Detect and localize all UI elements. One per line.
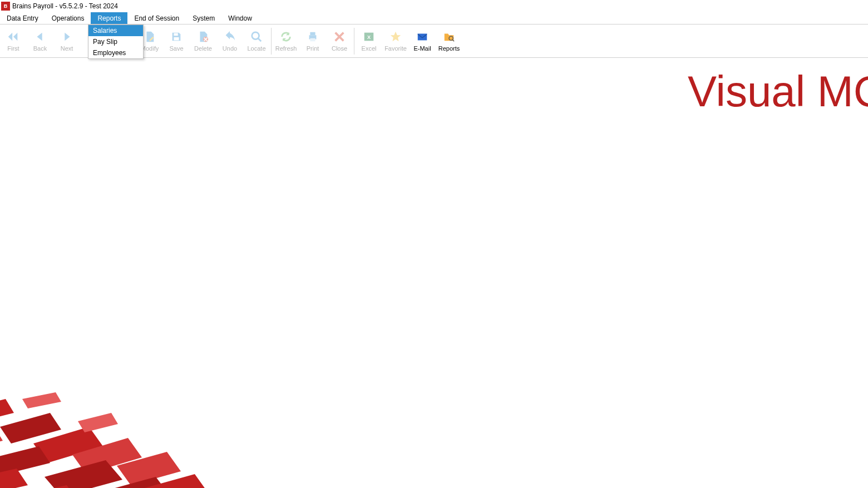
- refresh-button[interactable]: Refresh: [273, 26, 299, 57]
- locate-icon: [250, 30, 263, 43]
- close-label: Close: [332, 45, 347, 52]
- excel-icon: X: [362, 30, 376, 43]
- toolbar-separator: [271, 28, 272, 55]
- undo-icon: [223, 30, 236, 43]
- toolbar-separator: [354, 28, 354, 55]
- svg-point-4: [252, 32, 259, 40]
- back-icon: [33, 30, 47, 43]
- dropdown-pay-slip[interactable]: Pay Slip: [88, 36, 143, 47]
- delete-label: Delete: [194, 45, 212, 52]
- app-icon: B: [1, 2, 10, 11]
- favorite-label: Favorite: [384, 45, 407, 52]
- modify-icon: [143, 30, 156, 43]
- menu-end-of-session[interactable]: End of Session: [127, 12, 186, 24]
- print-icon: [306, 30, 319, 43]
- reports-icon: [442, 30, 456, 43]
- first-icon: [7, 30, 20, 43]
- svg-rect-2: [174, 37, 179, 41]
- dropdown-salaries[interactable]: Salaries: [88, 25, 143, 36]
- reports-label: Reports: [438, 45, 460, 52]
- reports-dropdown: Salaries Pay Slip Employees: [88, 24, 144, 59]
- back-label: Back: [33, 45, 47, 52]
- title-bar: B Brains Payroll - v5.5.2.9 - Test 2024: [0, 0, 868, 12]
- menu-data-entry[interactable]: Data Entry: [0, 12, 45, 24]
- first-label: First: [7, 45, 19, 52]
- next-icon: [60, 30, 73, 43]
- print-button[interactable]: Print: [299, 26, 326, 57]
- brand-text: Visual MC: [688, 66, 868, 117]
- email-label: E-Mail: [413, 45, 431, 52]
- first-button[interactable]: First: [0, 26, 27, 57]
- window-title: Brains Payroll - v5.5.2.9 - Test 2024: [12, 2, 118, 10]
- excel-label: Excel: [362, 45, 377, 52]
- back-button[interactable]: Back: [27, 26, 53, 57]
- menu-reports[interactable]: Reports: [91, 12, 127, 24]
- undo-label: Undo: [223, 45, 237, 52]
- svg-marker-18: [0, 469, 28, 488]
- dropdown-employees[interactable]: Employees: [88, 47, 143, 58]
- menu-bar: Data Entry Operations Reports End of Ses…: [0, 12, 868, 24]
- next-label: Next: [61, 45, 73, 52]
- svg-rect-1: [174, 33, 177, 36]
- email-button[interactable]: E-Mail: [409, 26, 436, 57]
- svg-text:X: X: [367, 34, 371, 40]
- next-button[interactable]: Next: [53, 26, 80, 57]
- delete-icon: [196, 30, 210, 43]
- refresh-label: Refresh: [275, 45, 297, 52]
- close-button[interactable]: Close: [326, 26, 353, 57]
- refresh-icon: [279, 30, 293, 43]
- svg-marker-14: [0, 427, 3, 452]
- save-button[interactable]: Save: [163, 26, 190, 57]
- svg-rect-6: [310, 32, 315, 36]
- locate-button[interactable]: Locate: [243, 26, 270, 57]
- undo-button[interactable]: Undo: [216, 26, 243, 57]
- decorative-shards: [0, 254, 323, 488]
- locate-label: Locate: [247, 45, 265, 52]
- favorite-icon: [389, 30, 402, 43]
- svg-rect-10: [418, 34, 427, 41]
- save-label: Save: [169, 45, 183, 52]
- excel-button[interactable]: X Excel: [356, 26, 382, 57]
- svg-marker-12: [0, 399, 14, 424]
- favorite-button[interactable]: Favorite: [382, 26, 409, 57]
- reports-button[interactable]: Reports: [436, 26, 462, 57]
- menu-window[interactable]: Window: [221, 12, 259, 24]
- close-icon: [333, 30, 346, 43]
- svg-marker-28: [22, 392, 61, 408]
- save-icon: [170, 30, 183, 43]
- email-icon: [416, 30, 429, 43]
- content-area: Visual MC: [0, 58, 868, 488]
- menu-system[interactable]: System: [186, 12, 221, 24]
- delete-button[interactable]: Delete: [190, 26, 216, 57]
- menu-operations[interactable]: Operations: [45, 12, 91, 24]
- print-label: Print: [307, 45, 319, 52]
- svg-marker-29: [78, 413, 118, 432]
- svg-rect-7: [310, 38, 315, 42]
